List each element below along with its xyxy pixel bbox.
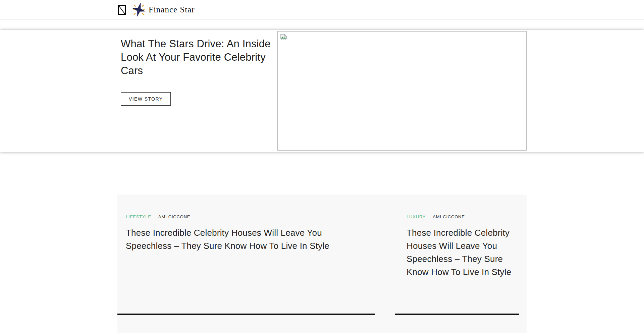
view-story-button[interactable]: VIEW STORY: [121, 92, 171, 106]
hero-section: What The Stars Drive: An Inside Look At …: [0, 30, 644, 152]
featured-articles-panel: LIFESTYLE AMI CICCONE These Incredible C…: [117, 195, 527, 333]
broken-image-icon: [118, 5, 126, 15]
site-logo[interactable]: Finance Star: [131, 2, 195, 17]
article-card: LUXURY AMI CICCONE These Incredible Cele…: [395, 195, 519, 315]
hero-copy: What The Stars Drive: An Inside Look At …: [121, 37, 272, 106]
compass-star-icon: [131, 2, 146, 17]
author-link[interactable]: AMI CICCONE: [433, 214, 465, 219]
site-header: Finance Star: [0, 0, 644, 19]
author-link[interactable]: AMI CICCONE: [158, 214, 190, 219]
category-link[interactable]: LUXURY: [407, 214, 426, 219]
article-title-link[interactable]: These Incredible Celebrity Houses Will L…: [407, 226, 518, 279]
article-meta: LUXURY AMI CICCONE: [407, 214, 518, 219]
hero-image-placeholder[interactable]: [277, 31, 527, 151]
article-title-link[interactable]: These Incredible Celebrity Houses Will L…: [126, 226, 361, 253]
article-meta: LIFESTYLE AMI CICCONE: [126, 214, 361, 219]
article-card: LIFESTYLE AMI CICCONE These Incredible C…: [117, 195, 375, 315]
category-link[interactable]: LIFESTYLE: [126, 214, 151, 219]
hero-title: What The Stars Drive: An Inside Look At …: [121, 37, 272, 77]
logo-text: Finance Star: [149, 5, 195, 14]
broken-image-icon: [280, 34, 287, 41]
